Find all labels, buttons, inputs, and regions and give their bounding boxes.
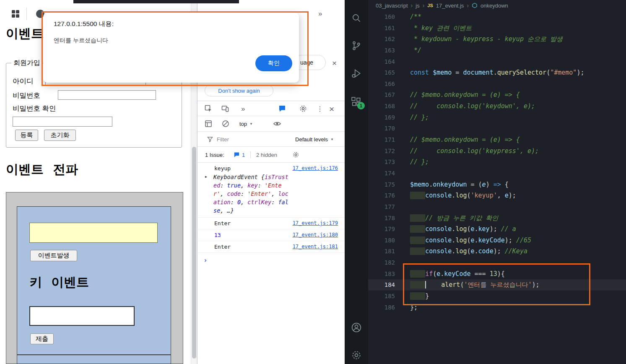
kebab-menu-icon[interactable]: ⋮	[317, 104, 323, 112]
line-number[interactable]: 179	[368, 224, 395, 235]
code-line[interactable]: 162 * keydouwn - keypress - keyup 순으로 발생	[368, 34, 626, 45]
dialog-ok-button[interactable]: 확인	[255, 55, 292, 71]
line-number[interactable]: 161	[368, 23, 395, 34]
settings-gear-icon-vscode[interactable]	[351, 350, 362, 361]
line-number[interactable]: 170	[368, 123, 395, 134]
code-line[interactable]: 170	[368, 123, 626, 134]
code-line[interactable]: 185 }	[368, 291, 626, 302]
line-number[interactable]: 167	[368, 89, 395, 101]
line-number[interactable]: 164	[368, 56, 395, 68]
extensions-icon[interactable]: 1	[351, 96, 362, 107]
code-line[interactable]: 166	[368, 78, 626, 90]
apps-grid-icon[interactable]	[11, 9, 20, 18]
code-line[interactable]: 183 if(e.keyCode === 13){	[368, 268, 626, 280]
event-fire-button[interactable]: 이벤트발생	[30, 250, 77, 261]
settings-gear-icon[interactable]	[299, 104, 307, 113]
code-line[interactable]: 161 * key 관련 이벤트	[368, 23, 626, 34]
console-source-link[interactable]: 17_event.js:180	[293, 232, 338, 238]
key-event-input[interactable]	[29, 306, 135, 326]
line-number[interactable]: 172	[368, 146, 395, 157]
filter-input[interactable]: Filter	[217, 136, 229, 142]
line-number[interactable]: 178	[368, 213, 395, 224]
code-line[interactable]: 160/**	[368, 11, 626, 23]
code-line[interactable]: 173// };	[368, 156, 626, 168]
line-number[interactable]: 185	[368, 291, 395, 302]
breadcrumb-file[interactable]: 17_event.js	[436, 3, 464, 9]
code-line[interactable]: 186};	[368, 302, 626, 313]
line-number[interactable]: 175	[368, 179, 395, 190]
line-number[interactable]: 160	[368, 11, 395, 23]
code-line[interactable]: 164	[368, 56, 626, 68]
scrollbar-thumb[interactable]	[192, 147, 196, 359]
code-line[interactable]: 171// $memo.onkeydown = (e) => {	[368, 134, 626, 146]
line-number[interactable]: 168	[368, 101, 395, 112]
device-toolbar-icon[interactable]	[221, 104, 229, 113]
line-number[interactable]: 181	[368, 246, 395, 257]
line-number[interactable]: 162	[368, 34, 395, 45]
pw-confirm-input[interactable]	[13, 117, 112, 127]
event-target-input[interactable]	[29, 223, 158, 243]
console-source-link[interactable]: 17_event.js:176	[293, 165, 338, 171]
code-line[interactable]: 178 // 방금 누른 키값 확인	[368, 213, 626, 224]
code-line[interactable]: 184 alert('엔터를 누르셨습니다');	[368, 279, 626, 291]
code-line[interactable]: 169// };	[368, 112, 626, 123]
code-area[interactable]: 160/**161 * key 관련 이벤트162 * keydouwn - k…	[368, 11, 626, 313]
console-prompt[interactable]: ›	[197, 253, 345, 268]
breadcrumb-subfolder[interactable]: js	[416, 3, 419, 9]
line-number[interactable]: 176	[368, 190, 395, 201]
popup-close-icon[interactable]: ×	[332, 59, 337, 67]
levels-dropdown[interactable]: Default levels ▼	[295, 136, 334, 142]
feedback-bubble-icon[interactable]	[278, 104, 286, 113]
breadcrumb-folder[interactable]: 03_javascript	[376, 3, 408, 9]
line-number[interactable]: 182	[368, 257, 395, 268]
line-number[interactable]: 184	[368, 279, 395, 291]
code-line[interactable]: 168// console.log('keydown', e);	[368, 101, 626, 112]
issue-bubble-icon[interactable]	[234, 151, 240, 158]
line-number[interactable]: 174	[368, 168, 395, 179]
object-preview[interactable]: KeyboardEvent {isTrusted: true, key: 'En…	[213, 173, 289, 215]
line-number[interactable]: 169	[368, 112, 395, 123]
line-number[interactable]: 180	[368, 235, 395, 246]
toolbar-overflow-icon[interactable]: »	[241, 105, 244, 112]
code-line[interactable]: 163 */	[368, 45, 626, 56]
expand-arrow-icon[interactable]: ▶	[205, 173, 213, 215]
code-line[interactable]: 165const $memo = document.querySelector(…	[368, 67, 626, 78]
search-icon[interactable]	[351, 13, 362, 23]
reset-button[interactable]: 초기화	[44, 130, 76, 141]
console-source-link[interactable]: 17_event.js:179	[293, 220, 338, 226]
key-submit-button[interactable]: 제출	[30, 333, 54, 344]
line-number[interactable]: 186	[368, 302, 395, 313]
code-line[interactable]: 181 console.log(e.code); //Keya	[368, 246, 626, 257]
run-debug-icon[interactable]	[351, 68, 362, 79]
line-number[interactable]: 165	[368, 67, 395, 78]
line-number[interactable]: 171	[368, 134, 395, 146]
account-icon[interactable]	[351, 322, 362, 333]
inspect-icon[interactable]	[204, 104, 213, 113]
frame-selector-icon[interactable]	[204, 120, 213, 128]
breadcrumb-symbol[interactable]: onkeydown	[481, 3, 508, 9]
code-line[interactable]: 177	[368, 201, 626, 213]
live-expression-eye-icon[interactable]	[273, 120, 281, 128]
pw-input[interactable]	[58, 90, 156, 100]
code-line[interactable]: 176 console.log('keyup', e);	[368, 190, 626, 201]
code-line[interactable]: 180 console.log(e.keyCode); //65	[368, 235, 626, 246]
line-number[interactable]: 173	[368, 156, 395, 168]
code-line[interactable]: 175$memo.onkeydown = (e) => {	[368, 179, 626, 190]
code-line[interactable]: 167// $memo.onkeydown = (e) => {	[368, 89, 626, 101]
clear-console-icon[interactable]	[221, 120, 230, 128]
line-number[interactable]: 166	[368, 78, 395, 90]
line-number[interactable]: 177	[368, 201, 395, 213]
code-line[interactable]: 182	[368, 257, 626, 268]
code-line[interactable]: 174	[368, 168, 626, 179]
code-line[interactable]: 179 console.log(e.key); // a	[368, 224, 626, 235]
code-line[interactable]: 172// console.log('keypress', e);	[368, 146, 626, 157]
line-number[interactable]: 183	[368, 268, 395, 280]
register-button[interactable]: 등록	[15, 130, 38, 141]
console-settings-gear-icon[interactable]	[292, 151, 299, 158]
close-devtools-icon[interactable]: ×	[329, 104, 334, 113]
console-source-link[interactable]: 17_event.js:181	[293, 244, 338, 250]
context-selector[interactable]: top ▼	[239, 121, 253, 127]
dont-show-again-button[interactable]: Don't show again	[205, 85, 273, 96]
line-number[interactable]: 163	[368, 45, 395, 56]
devtools-tabbar-overflow-icon[interactable]: »	[318, 10, 321, 17]
